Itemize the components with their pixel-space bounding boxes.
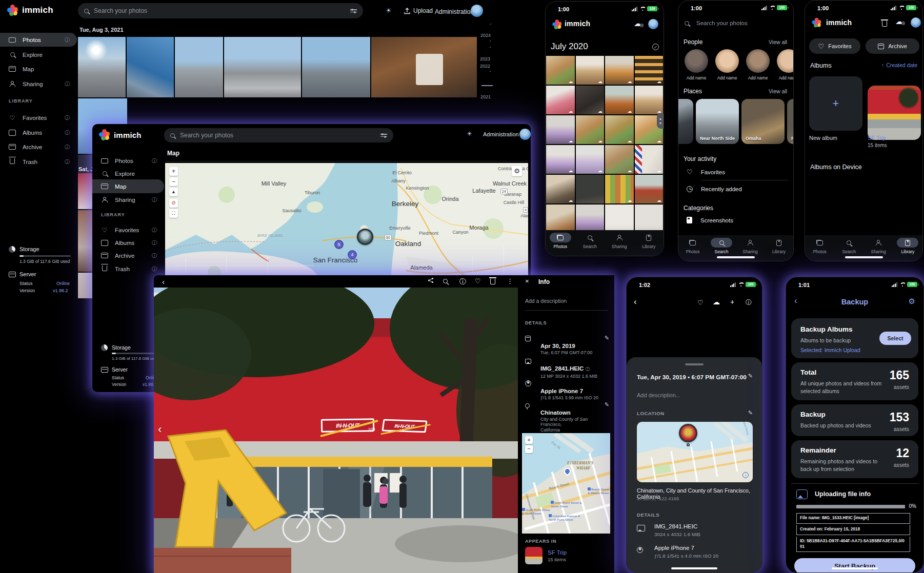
sidebar-item-photos[interactable]: Photosⓘ	[92, 154, 164, 168]
select-all-check-icon[interactable]: ✓	[652, 44, 659, 50]
tab-photos[interactable]: Photos	[546, 230, 575, 256]
sidebar-item-favorites[interactable]: ♡Favoritesⓘ	[92, 223, 164, 237]
album-name[interactable]: SF Trip	[548, 549, 567, 556]
add-name-link[interactable]: Add name	[715, 75, 739, 80]
favorites-button[interactable]: ♡Favorites	[809, 38, 860, 54]
upload-button[interactable]: Upload	[404, 7, 433, 14]
album-link-row[interactable]: SF Trip 15 items	[525, 547, 567, 564]
trash-icon[interactable]	[882, 19, 887, 29]
info-icon[interactable]: ⓘ	[746, 298, 752, 307]
photo-viewer[interactable]: IN-N-OUT IN-N-OUT 333 ‹	[154, 288, 518, 573]
theme-toggle-sun-icon[interactable]: ☀	[467, 130, 472, 137]
sidebar-item-explore[interactable]: Explore	[0, 48, 77, 62]
person-face[interactable]	[777, 49, 794, 73]
sidebar-item-archive[interactable]: Archiveⓘ	[92, 249, 164, 262]
map-photo-marker[interactable]	[357, 229, 373, 245]
favorites-row[interactable]: ♡Favorites	[687, 169, 788, 175]
cloud-upload-icon[interactable]: ☁	[713, 298, 720, 306]
places-view-all-link[interactable]: View all	[769, 88, 787, 94]
photo-thumbnail[interactable]	[78, 37, 126, 97]
trash-icon[interactable]	[490, 278, 495, 286]
administration-link[interactable]: Administration	[483, 131, 519, 137]
add-name-link[interactable]: Add name	[685, 75, 708, 80]
photo-thumbnail[interactable]	[371, 37, 477, 97]
search-input[interactable]: Search your photos	[685, 20, 748, 26]
sheet-drag-handle[interactable]	[685, 363, 704, 365]
sidebar-item-map[interactable]: Map	[92, 179, 164, 193]
search-input[interactable]: Search your photos	[164, 128, 393, 142]
place-tile[interactable]: Near North Side	[696, 99, 739, 144]
zoom-icon[interactable]	[443, 277, 448, 285]
album-name[interactable]: SF Trip	[868, 135, 886, 141]
edit-pencil-icon[interactable]: ✎	[748, 373, 753, 379]
person-face[interactable]	[685, 49, 708, 73]
add-description-field[interactable]: Add a description	[525, 298, 567, 304]
sidebar-item-trash[interactable]: Trashⓘ	[92, 262, 164, 276]
user-avatar[interactable]	[911, 17, 921, 28]
start-backup-button[interactable]: Start Backup	[794, 558, 915, 573]
photo-thumbnail[interactable]	[175, 37, 223, 97]
map-zoom-in-button[interactable]: +	[525, 436, 533, 444]
back-arrow-icon[interactable]: ‹	[162, 277, 165, 286]
close-icon[interactable]: ×	[525, 277, 529, 285]
user-avatar[interactable]	[471, 5, 483, 17]
sidebar-item-albums[interactable]: Albumsⓘ	[0, 126, 77, 139]
sidebar-item-map[interactable]: Map	[0, 62, 77, 76]
edit-pencil-icon[interactable]: ✎	[748, 410, 753, 416]
map-cluster-marker[interactable]: 5	[334, 240, 344, 249]
select-button[interactable]: Select	[879, 332, 911, 345]
location-map[interactable]: San Francisco Ferry i	[637, 422, 753, 482]
place-tile[interactable]: Pi	[787, 99, 794, 144]
person-face[interactable]	[715, 49, 739, 73]
sort-created-date[interactable]: ↑Created date	[881, 62, 917, 68]
search-input[interactable]: Search your photos	[78, 3, 363, 18]
tab-library[interactable]: Library	[765, 235, 793, 261]
sidebar-item-trash[interactable]: Trashⓘ	[0, 155, 77, 169]
immich-logo[interactable]: immich	[99, 129, 142, 140]
recently-added-row[interactable]: Recently added	[687, 186, 788, 192]
photo-thumbnail[interactable]	[127, 37, 174, 97]
filter-sliders-icon[interactable]	[350, 8, 357, 13]
theme-toggle-sun-icon[interactable]: ☀	[386, 7, 392, 14]
timeline-scrubber[interactable]: 2024 2023 2022 2021	[478, 21, 499, 133]
new-album-tile[interactable]: +	[809, 76, 862, 131]
place-tile[interactable]: Chinatown	[678, 99, 693, 144]
photo-location-marker[interactable]	[679, 424, 697, 442]
screenshots-row[interactable]: Screenshots	[687, 217, 788, 223]
sidebar-item-explore[interactable]: Explore	[92, 167, 164, 180]
map-layers-button[interactable]: ⊘	[169, 199, 178, 208]
add-description-field[interactable]: Add description...	[637, 392, 680, 398]
edit-pencil-icon[interactable]: ✎	[605, 335, 609, 341]
archive-button[interactable]: Archive	[866, 38, 919, 54]
tab-library[interactable]: Library	[634, 230, 664, 256]
map-zoom-out-button[interactable]: −	[169, 177, 178, 186]
plus-icon[interactable]: +	[730, 298, 734, 306]
people-view-all-link[interactable]: View all	[769, 39, 787, 45]
tab-search[interactable]: Search	[575, 230, 605, 256]
tab-library[interactable]: Library	[893, 235, 922, 261]
map-cluster-marker[interactable]: 4	[348, 250, 357, 259]
filter-sliders-icon[interactable]	[380, 133, 387, 138]
info-icon[interactable]: ⓘ	[459, 277, 466, 286]
location-mini-map[interactable]: FISHERMAN'S WHARF Beach Street Pier 45 L…	[522, 433, 610, 534]
back-chevron-icon[interactable]: ‹	[634, 297, 637, 307]
person-face[interactable]	[746, 49, 770, 73]
photo-thumbnail[interactable]	[224, 37, 301, 97]
share-icon[interactable]	[428, 277, 434, 285]
scrubber-handle[interactable]	[481, 85, 493, 86]
map-settings-gear-button[interactable]: ⚙	[512, 166, 522, 176]
sidebar-item-sharing[interactable]: Sharingⓘ	[92, 193, 164, 207]
tab-photos[interactable]: Photos	[805, 235, 834, 261]
heart-icon[interactable]: ♡	[697, 299, 704, 306]
immich-logo[interactable]: immich	[7, 5, 53, 16]
administration-link[interactable]: Administration	[435, 8, 474, 15]
tab-sharing[interactable]: Sharing	[605, 230, 634, 256]
sidebar-item-albums[interactable]: Albumsⓘ	[92, 236, 164, 250]
scrollbar-thumb[interactable]: ▲▼	[657, 113, 664, 129]
map-info-icon[interactable]: i	[742, 472, 749, 478]
prev-photo-chevron[interactable]: ‹	[158, 423, 162, 436]
user-avatar[interactable]	[519, 129, 531, 140]
gear-icon[interactable]: ⚙	[909, 297, 915, 306]
kebab-menu-icon[interactable]: ⋮	[507, 277, 513, 285]
tab-photos[interactable]: Photos	[678, 235, 707, 261]
